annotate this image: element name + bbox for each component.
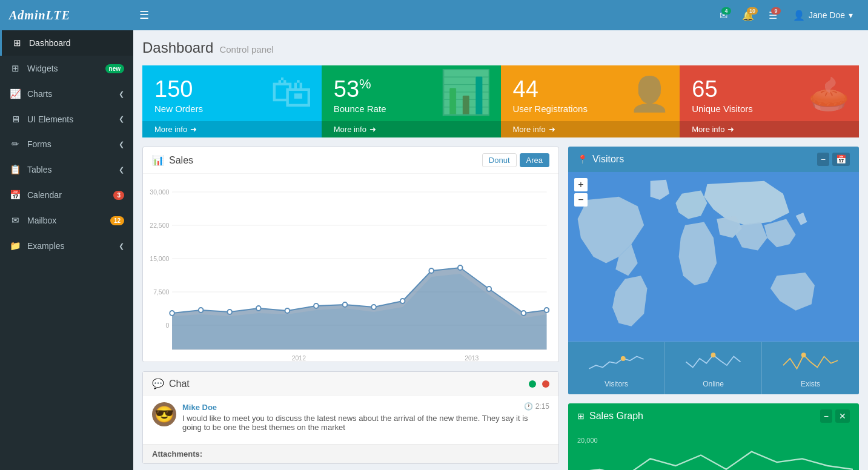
svg-point-16 xyxy=(256,306,261,311)
sparkline-exists: Exists xyxy=(762,342,859,394)
tab-area[interactable]: Area xyxy=(520,153,549,167)
world-map: + − xyxy=(568,172,859,342)
sidebar-item-tables[interactable]: 📋 Tables ❮ xyxy=(0,157,133,182)
tasks-button[interactable]: ☰ 9 xyxy=(764,6,782,25)
map-zoom-in-button[interactable]: + xyxy=(574,178,588,191)
sales-graph-y-label: 20,000 xyxy=(574,437,601,444)
sparkline-exists-chart xyxy=(768,348,853,376)
bounce-rate-footer-text: More info xyxy=(334,125,366,134)
svg-point-18 xyxy=(314,303,319,308)
svg-point-26 xyxy=(545,308,549,313)
sidebar-label-calendar: Calendar xyxy=(27,190,62,200)
user-menu[interactable]: 👤 Jane Doe ▾ xyxy=(787,6,859,25)
stat-card-bounce-rate: 53% Bounce Rate 📊 More info ➜ xyxy=(322,65,501,137)
svg-text:2013: 2013 xyxy=(465,354,479,362)
chat-online-indicator[interactable] xyxy=(529,380,536,388)
sales-chart-header: 📊 Sales Donut Area xyxy=(143,147,558,174)
chat-box: 💬 Chat 😎 Mike Doe 🕐 2:15 xyxy=(142,371,559,464)
mail-button[interactable]: ✉ 4 xyxy=(715,6,732,25)
sparklines-row: Visitors Online xyxy=(568,342,859,394)
chat-sender-name: Mike Doe xyxy=(182,403,217,412)
sales-graph-title: Sales Graph xyxy=(589,411,815,422)
sidebar-label-ui-elements: UI Elements xyxy=(27,114,73,124)
charts-arrow: ❮ xyxy=(119,90,124,98)
sales-chart-container: 30,000 22,500 15,000 7,500 0 xyxy=(143,174,558,362)
forms-arrow: ❮ xyxy=(119,141,124,148)
widgets-icon: ⊞ xyxy=(9,63,21,74)
sales-graph-chart-svg xyxy=(574,445,853,470)
visitors-pin-icon: 📍 xyxy=(577,154,588,164)
svg-text:15,000: 15,000 xyxy=(150,255,169,262)
sparkline-online-label: Online xyxy=(671,380,755,388)
sparkline-online: Online xyxy=(665,342,762,394)
chat-attachments-section: Attachments: xyxy=(143,444,558,463)
sidebar-label-mailbox: Mailbox xyxy=(27,216,56,225)
chat-message-time: 🕐 2:15 xyxy=(524,402,549,411)
svg-text:7,500: 7,500 xyxy=(153,288,169,296)
stat-card-unique-visitors: 65 Unique Visitors 🥧 More info ➜ xyxy=(680,65,859,137)
stat-cards-row: 150 New Orders 🛍 More info ➜ 53% Bounce … xyxy=(142,65,859,137)
svg-point-25 xyxy=(522,311,526,316)
stat-card-new-orders: 150 New Orders 🛍 More info ➜ xyxy=(142,65,322,137)
chat-offline-indicator[interactable] xyxy=(542,380,549,388)
sidebar-item-calendar[interactable]: 📅 Calendar 3 xyxy=(0,182,133,208)
chat-message-text: I would like to meet you to discuss the … xyxy=(182,414,549,432)
sidebar-item-widgets[interactable]: ⊞ Widgets new xyxy=(0,56,133,81)
sales-chart-title: Sales xyxy=(169,155,477,166)
sales-chart-box: 📊 Sales Donut Area xyxy=(142,147,559,362)
sidebar-toggle-button[interactable]: ☰ xyxy=(136,5,152,25)
app-logo: AdminLTE xyxy=(9,8,136,22)
svg-point-30 xyxy=(621,357,625,361)
mailbox-badge: 12 xyxy=(110,216,124,225)
user-reg-footer-arrow: ➜ xyxy=(549,125,555,134)
sidebar-item-examples[interactable]: 📁 Examples ❮ xyxy=(0,233,133,259)
user-name: Jane Doe xyxy=(809,10,845,20)
svg-text:22,500: 22,500 xyxy=(150,222,169,229)
calendar-badge: 3 xyxy=(113,191,124,200)
bounce-rate-footer-arrow: ➜ xyxy=(369,125,376,134)
sales-graph-minimize-button[interactable]: − xyxy=(820,409,832,423)
svg-point-20 xyxy=(371,305,376,309)
tables-icon: 📋 xyxy=(9,164,21,175)
sidebar-item-charts[interactable]: 📈 Charts ❮ xyxy=(0,81,133,107)
user-reg-more-info[interactable]: More info ➜ xyxy=(501,121,680,137)
user-avatar-icon: 👤 xyxy=(793,10,805,21)
unique-visitors-more-info[interactable]: More info ➜ xyxy=(680,121,859,137)
sidebar-item-forms[interactable]: ✏ Forms ❮ xyxy=(0,131,133,157)
chat-header: 💬 Chat xyxy=(143,372,558,396)
svg-point-24 xyxy=(487,286,492,291)
tab-donut[interactable]: Donut xyxy=(482,153,517,167)
new-orders-more-info[interactable]: More info ➜ xyxy=(142,121,322,137)
sales-graph-close-button[interactable]: ✕ xyxy=(835,409,850,423)
right-column: 📍 Visitors − 📅 + − xyxy=(568,147,859,470)
forms-icon: ✏ xyxy=(9,139,21,150)
sales-chart-icon: 📊 xyxy=(152,154,164,166)
sidebar-label-forms: Forms xyxy=(27,139,51,149)
chat-title: Chat xyxy=(169,379,524,389)
visitors-calendar-button[interactable]: 📅 xyxy=(832,153,850,166)
svg-point-22 xyxy=(429,268,434,273)
sidebar-item-mailbox[interactable]: ✉ Mailbox 12 xyxy=(0,208,133,233)
tasks-badge: 9 xyxy=(771,7,781,15)
new-orders-footer-text: More info xyxy=(154,125,187,134)
visitors-minimize-button[interactable]: − xyxy=(817,153,829,166)
dashboard-icon: ⊞ xyxy=(11,38,23,48)
map-zoom-out-button[interactable]: − xyxy=(574,193,588,207)
main-content: Dashboard Control panel 150 New Orders 🛍… xyxy=(133,30,868,470)
chat-message: 😎 Mike Doe 🕐 2:15 I would like to meet y… xyxy=(152,402,549,432)
user-menu-arrow: ▾ xyxy=(849,10,853,20)
sidebar-label-dashboard: Dashboard xyxy=(29,38,71,48)
sidebar-item-dashboard[interactable]: ⊞ Dashboard xyxy=(0,30,133,56)
svg-point-17 xyxy=(285,308,290,313)
examples-arrow: ❮ xyxy=(119,242,124,250)
notifications-button[interactable]: 🔔 10 xyxy=(737,6,759,25)
svg-point-32 xyxy=(801,353,806,357)
user-reg-icon: 👤 xyxy=(629,74,671,113)
page-title: Dashboard xyxy=(142,39,213,56)
mail-badge: 4 xyxy=(721,7,731,15)
sidebar-item-ui-elements[interactable]: 🖥 UI Elements ❮ xyxy=(0,107,133,131)
sidebar-label-widgets: Widgets xyxy=(27,64,58,73)
bounce-rate-icon: 📊 xyxy=(439,67,492,116)
visitors-tools: − 📅 xyxy=(817,153,850,166)
bounce-rate-more-info[interactable]: More info ➜ xyxy=(322,121,501,137)
